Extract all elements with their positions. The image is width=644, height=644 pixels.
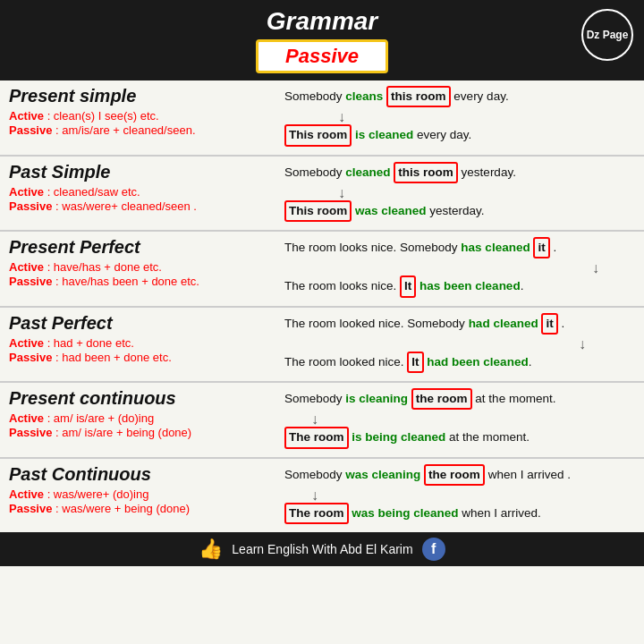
section-right-past-simple: Somebody cleaned this room yesterday. ↓ … (275, 162, 635, 225)
example-passive-past-simple: This room was cleaned yesterday. (284, 200, 635, 222)
section-title-present-perfect: Present Perfect (9, 237, 268, 258)
footer-label: Learn English With Abd El Karim (232, 542, 412, 556)
example-passive-past-perfect: The room looked nice. It had been cleane… (284, 352, 635, 373)
section-right-present-simple: Somebody cleans this room every day. ↓ T… (275, 86, 635, 149)
section-right-present-continuous: Somebody is cleaning the room at the mom… (275, 388, 635, 452)
thumbs-up-icon: 👍 (199, 538, 223, 561)
section-left-past-simple: Past Simple Active : cleaned/saw etc. Pa… (9, 162, 268, 225)
passive-rule-present-continuous: Passive : am/ is/are + being (done) (9, 426, 268, 439)
passive-rule-past-simple: Passive : was/were+ cleaned/seen . (9, 199, 268, 213)
example-active-past-continuous: Somebody was cleaning the room when I ar… (284, 464, 635, 486)
active-rule-present-perfect: Active : have/has + done etc. (9, 260, 268, 274)
section-left-present-perfect: Present Perfect Active : have/has + done… (9, 237, 268, 301)
header: Grammar Passive Dz Page (0, 0, 644, 80)
section-title-past-continuous: Past Continuous (9, 464, 268, 485)
footer: 👍 Learn English With Abd El Karim f (0, 532, 644, 566)
facebook-icon: f (422, 538, 445, 561)
example-passive-present-simple: This room is cleaned every day. (284, 124, 635, 146)
section-right-past-continuous: Somebody was cleaning the room when I ar… (275, 464, 635, 528)
section-title-past-simple: Past Simple (9, 162, 268, 182)
passive-rule-past-continuous: Passive : was/were + being (done) (9, 502, 268, 515)
example-active-past-simple: Somebody cleaned this room yesterday. (284, 162, 635, 183)
passive-label: Passive (285, 45, 359, 67)
example-active-past-perfect: The room looked nice. Somebody had clean… (284, 313, 635, 335)
active-rule-present-continuous: Active : am/ is/are + (do)ing (9, 411, 268, 425)
section-title-past-perfect: Past Perfect (9, 313, 268, 334)
active-rule-past-continuous: Active : was/were+ (do)ing (9, 487, 268, 501)
passive-rule-present-simple: Passive : am/is/are + cleaned/seen. (9, 123, 268, 137)
section-left-past-continuous: Past Continuous Active : was/were+ (do)i… (9, 464, 268, 528)
active-rule-past-perfect: Active : had + done etc. (9, 336, 268, 350)
active-rule-present-simple: Active : clean(s) I see(s) etc. (9, 109, 268, 123)
section-past-continuous: Past Continuous Active : was/were+ (do)i… (0, 459, 644, 533)
example-passive-past-continuous: The room was being cleaned when I arrive… (284, 503, 635, 524)
section-left-past-perfect: Past Perfect Active : had + done etc. Pa… (9, 313, 268, 377)
example-passive-present-continuous: The room is being cleaned at the moment. (284, 427, 635, 448)
example-active-present-continuous: Somebody is cleaning the room at the mom… (284, 388, 635, 410)
section-present-continuous: Present continuous Active : am/ is/are +… (0, 383, 644, 459)
section-left-present-continuous: Present continuous Active : am/ is/are +… (9, 388, 268, 452)
section-title-present-continuous: Present continuous (9, 388, 268, 409)
active-rule-past-simple: Active : cleaned/saw etc. (9, 185, 268, 199)
section-past-simple: Past Simple Active : cleaned/saw etc. Pa… (0, 157, 644, 233)
passive-rule-past-perfect: Passive : had been + done etc. (9, 351, 268, 364)
section-right-past-perfect: The room looked nice. Somebody had clean… (275, 313, 635, 377)
section-title-present-simple: Present simple (9, 86, 268, 106)
passive-rule-present-perfect: Passive : have/has been + done etc. (9, 275, 268, 288)
header-title: Grammar (0, 7, 644, 36)
section-left-present-simple: Present simple Active : clean(s) I see(s… (9, 86, 268, 149)
section-present-simple: Present simple Active : clean(s) I see(s… (0, 80, 644, 157)
section-present-perfect: Present Perfect Active : have/has + done… (0, 232, 644, 308)
section-past-perfect: Past Perfect Active : had + done etc. Pa… (0, 308, 644, 384)
example-passive-present-perfect: The room looks nice. It has been cleaned… (284, 275, 635, 297)
dz-page-badge: Dz Page (581, 9, 633, 61)
example-active-present-perfect: The room looks nice. Somebody has cleane… (284, 237, 635, 258)
passive-box: Passive (256, 39, 388, 73)
example-active-present-simple: Somebody cleans this room every day. (284, 86, 635, 107)
section-right-present-perfect: The room looks nice. Somebody has cleane… (275, 237, 635, 301)
